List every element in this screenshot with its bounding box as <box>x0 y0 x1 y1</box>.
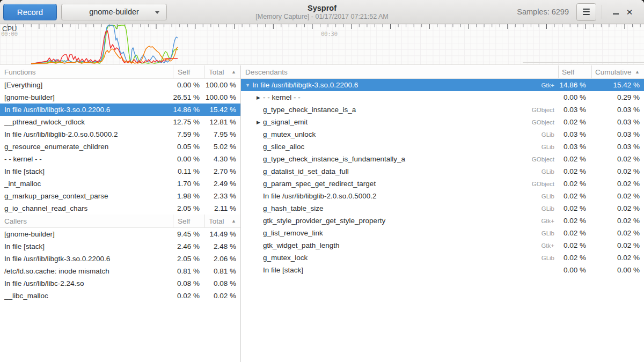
table-row[interactable]: g_slice_allocGLib0.03 %0.03 % <box>241 141 644 153</box>
total-percent: 14.49 % <box>204 230 240 238</box>
self-percent: 9.45 % <box>173 230 204 238</box>
symbol-name: In file /usr/lib/libglib-2.0.so.0.5000.2 <box>0 130 173 138</box>
symbol-name: In file /usr/lib/libglib-2.0.so.0.5000.2 <box>263 192 541 200</box>
table-row[interactable]: In file [stack]2.46 %2.48 % <box>0 240 240 253</box>
table-row[interactable]: gtk_widget_path_lengthGtk+0.02 %0.02 % <box>241 239 644 252</box>
total-percent: 2.11 % <box>204 204 240 212</box>
cumulative-percent: 0.03 % <box>591 143 644 151</box>
table-row[interactable]: __pthread_rwlock_rdlock12.75 %12.81 % <box>0 116 240 128</box>
symbol-name: gtk_style_provider_get_style_property <box>263 217 541 225</box>
symbol-name: g_signal_emit <box>263 118 532 126</box>
table-row[interactable]: /etc/ld.so.cache: inode mismatch0.81 %0.… <box>0 265 240 277</box>
table-row[interactable]: __libc_malloc0.02 %0.02 % <box>0 290 240 302</box>
column-header-total[interactable]: Total ▲ <box>204 215 240 227</box>
library-badge: GLib <box>541 255 558 261</box>
library-badge: GLib <box>541 205 558 212</box>
window-title: Sysprof <box>308 4 336 13</box>
close-button[interactable]: ✕ <box>623 5 636 19</box>
table-row[interactable]: g_param_spec_get_redirect_targetGObject0… <box>241 178 644 190</box>
self-percent: 0.02 % <box>558 180 591 188</box>
table-row[interactable]: In file /usr/lib/libglib-2.0.so.0.5000.2… <box>0 128 240 141</box>
total-percent: 15.42 % <box>204 106 240 114</box>
column-header-callers[interactable]: Callers <box>0 215 173 227</box>
cumulative-percent: 0.02 % <box>591 180 644 188</box>
table-row[interactable]: In file [stack]0.11 %2.70 % <box>0 165 240 178</box>
self-percent: 0.02 % <box>558 118 591 126</box>
table-row[interactable]: g_hash_table_sizeGLib0.02 %0.02 % <box>241 202 644 215</box>
expander-icon[interactable]: ▶ <box>254 95 263 100</box>
self-percent: 0.00 % <box>173 81 204 89</box>
descendants-table-body: ▼In file /usr/lib/libgtk-3.so.0.2200.6Gt… <box>241 79 644 276</box>
table-row[interactable]: gtk_style_provider_get_style_propertyGtk… <box>241 215 644 227</box>
column-header-cumulative[interactable]: Cumulative ▲ <box>591 65 644 78</box>
self-percent: 0.02 % <box>558 217 591 225</box>
column-header-self[interactable]: Self <box>173 65 204 78</box>
table-row[interactable]: [gnome-builder]26.51 %100.00 % <box>0 91 240 104</box>
table-row[interactable]: In file /usr/lib/libc-2.24.so0.08 %0.08 … <box>0 277 240 290</box>
column-header-self[interactable]: Self <box>173 215 204 227</box>
minimize-button[interactable] <box>609 5 623 19</box>
cumulative-percent: 0.02 % <box>591 204 644 212</box>
total-percent: 12.81 % <box>204 118 240 126</box>
table-row[interactable]: In file /usr/lib/libgtk-3.so.0.2200.614.… <box>0 104 240 116</box>
symbol-name: - - kernel - - <box>0 155 173 163</box>
table-row[interactable]: - - kernel - -0.00 %4.30 % <box>0 153 240 165</box>
cpu-graph[interactable]: CPU 00:00 00:30 <box>0 24 644 65</box>
symbol-name: g_type_check_instance_is_a <box>263 106 532 114</box>
table-row[interactable]: ▼In file /usr/lib/libgtk-3.so.0.2200.6Gt… <box>241 79 644 91</box>
minimize-icon <box>613 13 619 14</box>
table-row[interactable]: g_mutex_lockGLib0.02 %0.02 % <box>241 252 644 264</box>
symbol-name: [gnome-builder] <box>0 230 173 238</box>
total-percent: 7.95 % <box>204 130 240 138</box>
cumulative-percent: 0.02 % <box>591 155 644 163</box>
target-process-dropdown[interactable]: gnome-builder <box>61 4 167 20</box>
table-row[interactable]: g_list_remove_linkGLib0.02 %0.02 % <box>241 227 644 239</box>
headerbar-left: Record gnome-builder <box>0 4 167 20</box>
total-percent: 5.02 % <box>204 143 240 151</box>
graph-scrollbar[interactable] <box>523 62 644 63</box>
table-row[interactable]: g_io_channel_read_chars2.05 %2.11 % <box>0 202 240 215</box>
table-row[interactable]: g_type_check_instance_is_aGObject0.03 %0… <box>241 104 644 116</box>
cumulative-percent: 0.02 % <box>591 254 644 262</box>
menu-button[interactable] <box>576 3 596 21</box>
table-row[interactable]: _int_malloc1.70 %2.49 % <box>0 178 240 190</box>
symbol-name: In file [stack] <box>263 266 558 274</box>
time-label-mid: 00:30 <box>321 31 338 38</box>
self-percent: 0.81 % <box>173 267 204 275</box>
column-header-descendants[interactable]: Descendants <box>241 65 558 78</box>
table-row[interactable]: [Everything]0.00 %100.00 % <box>0 79 240 91</box>
self-percent: 1.98 % <box>173 192 204 200</box>
library-badge: Gtk+ <box>541 242 558 249</box>
expander-icon[interactable]: ▼ <box>243 83 252 88</box>
symbol-name: g_list_remove_link <box>263 229 541 237</box>
table-row[interactable]: ▶- - kernel - -0.00 %0.29 % <box>241 91 644 104</box>
table-row[interactable]: ▶g_signal_emitGObject0.02 %0.03 % <box>241 116 644 128</box>
total-percent: 0.02 % <box>204 292 240 300</box>
table-row[interactable]: g_markup_parse_context_parse1.98 %2.33 % <box>0 190 240 202</box>
symbol-name: /etc/ld.so.cache: inode mismatch <box>0 267 173 275</box>
library-badge: GObject <box>532 181 558 187</box>
column-header-functions[interactable]: Functions <box>0 65 173 78</box>
library-badge: GLib <box>541 230 558 237</box>
column-header-self[interactable]: Self <box>558 65 591 78</box>
column-header-total[interactable]: Total ▲ <box>204 65 240 78</box>
table-row[interactable]: In file [stack]0.00 %0.00 % <box>241 264 644 276</box>
symbol-name: g_resource_enumerate_children <box>0 143 173 151</box>
library-badge: GLib <box>541 131 558 138</box>
sysprof-window: Record gnome-builder Sysprof [Memory Cap… <box>0 0 644 362</box>
table-row[interactable]: g_datalist_id_set_data_fullGLib0.02 %0.0… <box>241 165 644 178</box>
table-row[interactable]: In file /usr/lib/libglib-2.0.so.0.5000.2… <box>241 190 644 202</box>
table-row[interactable]: [gnome-builder]9.45 %14.49 % <box>0 228 240 240</box>
cumulative-percent: 0.03 % <box>591 106 644 114</box>
expander-icon[interactable]: ▶ <box>254 120 263 125</box>
cumulative-percent: 0.29 % <box>591 93 644 101</box>
symbol-name: g_slice_alloc <box>263 143 541 151</box>
table-row[interactable]: g_type_check_instance_is_fundamentally_a… <box>241 153 644 165</box>
symbol-name: [gnome-builder] <box>0 93 173 101</box>
record-button[interactable]: Record <box>3 4 57 20</box>
self-percent: 0.02 % <box>173 292 204 300</box>
table-row[interactable]: In file /usr/lib/libgtk-3.so.0.2200.62.0… <box>0 253 240 265</box>
table-row[interactable]: g_resource_enumerate_children0.05 %5.02 … <box>0 141 240 153</box>
symbol-name: In file [stack] <box>0 167 173 175</box>
table-row[interactable]: g_mutex_unlockGLib0.03 %0.03 % <box>241 128 644 141</box>
